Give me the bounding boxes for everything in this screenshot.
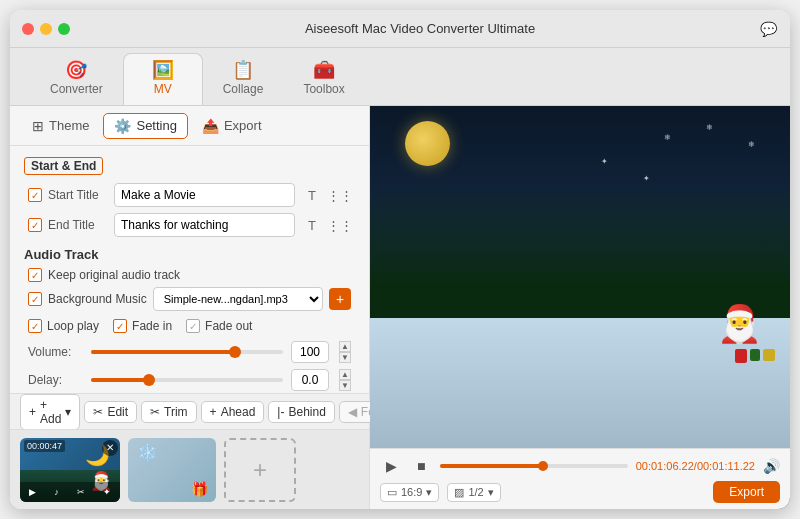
- toolbox-icon: 🧰: [313, 61, 335, 79]
- sub-tab-theme[interactable]: ⊞ Theme: [22, 114, 99, 138]
- aspect-value: 16:9: [401, 486, 422, 498]
- start-title-text-icon[interactable]: T: [301, 184, 323, 206]
- fade-out-label: Fade out: [205, 319, 252, 333]
- end-title-label: End Title: [48, 218, 108, 232]
- tab-mv[interactable]: 🖼️ MV: [123, 53, 203, 105]
- quality-value: 1/2: [468, 486, 483, 498]
- add-button[interactable]: + + Add ▾: [20, 394, 80, 430]
- start-title-checkbox[interactable]: ✓: [28, 188, 42, 202]
- progress-thumb[interactable]: [538, 461, 548, 471]
- close-button[interactable]: [22, 23, 34, 35]
- delay-slider[interactable]: [91, 378, 283, 382]
- tab-toolbox-label: Toolbox: [303, 82, 344, 96]
- fade-in-checkbox[interactable]: ✓: [113, 319, 127, 333]
- end-title-input[interactable]: [114, 213, 295, 237]
- behind-button[interactable]: |- Behind: [268, 401, 335, 423]
- forward-icon: ◀: [348, 405, 357, 419]
- volume-row: Volume: 100 ▲ ▼: [24, 341, 355, 363]
- tab-collage[interactable]: 📋 Collage: [203, 53, 284, 105]
- loop-play-checkbox[interactable]: ✓: [28, 319, 42, 333]
- edit-scissors-icon: ✂: [93, 405, 103, 419]
- volume-stepper: ▲ ▼: [339, 341, 351, 363]
- sub-tab-export[interactable]: 📤 Export: [192, 114, 272, 138]
- thumbnail-2[interactable]: ❄️ 🎁: [128, 438, 216, 502]
- minimize-button[interactable]: [40, 23, 52, 35]
- add-icon: +: [29, 405, 36, 419]
- maximize-button[interactable]: [58, 23, 70, 35]
- volume-down-button[interactable]: ▼: [339, 352, 351, 363]
- add-dropdown-icon[interactable]: ▾: [65, 405, 71, 419]
- quality-select[interactable]: ▨ 1/2 ▾: [447, 483, 500, 502]
- add-music-button[interactable]: +: [329, 288, 351, 310]
- keep-original-label: Keep original audio track: [48, 268, 180, 282]
- tab-toolbox[interactable]: 🧰 Toolbox: [283, 53, 364, 105]
- end-title-checkbox[interactable]: ✓: [28, 218, 42, 232]
- audio-track-header: Audio Track: [24, 247, 355, 262]
- time-current: 00:01:06.22: [636, 460, 694, 472]
- edit-label: Edit: [107, 405, 128, 419]
- thumb-controls-1: ▶ ♪ ✂ ✦: [20, 482, 120, 502]
- fade-in-label: Fade in: [132, 319, 172, 333]
- video-area: 🎅 ❄ ✦ ❄ ✦ ❄: [370, 106, 790, 448]
- sub-tab-setting[interactable]: ⚙️ Setting: [103, 113, 187, 139]
- progress-bar[interactable]: [440, 464, 628, 468]
- tab-converter[interactable]: 🎯 Converter: [30, 53, 123, 105]
- controls-row2: ▭ 16:9 ▾ ▨ 1/2 ▾ Export: [380, 481, 780, 503]
- sub-tab-export-label: Export: [224, 118, 262, 133]
- edit-button[interactable]: ✂ Edit: [84, 401, 137, 423]
- music-file-select[interactable]: Simple-new...ngdan].mp3: [153, 287, 323, 311]
- volume-up-button[interactable]: ▲: [339, 341, 351, 352]
- add-label: + Add: [40, 398, 61, 426]
- delay-thumb[interactable]: [143, 374, 155, 386]
- start-title-row: ✓ Start Title T ⋮⋮: [24, 183, 355, 207]
- time-display: 00:01:06.22/00:01:11.22: [636, 460, 755, 472]
- volume-slider[interactable]: [91, 350, 283, 354]
- stop-button[interactable]: ⏹: [410, 455, 432, 477]
- thumb-scissors-icon[interactable]: ✦: [103, 487, 111, 497]
- collage-icon: 📋: [232, 61, 254, 79]
- left-panel: ⊞ Theme ⚙️ Setting 📤 Export Start & End: [10, 106, 370, 509]
- tab-collage-label: Collage: [223, 82, 264, 96]
- thumbnail-strip: 🌙 🎅 00:00:47 ✕ ▶ ♪ ✂ ✦: [10, 429, 369, 509]
- volume-icon[interactable]: 🔊: [763, 458, 780, 474]
- delay-down-button[interactable]: ▼: [339, 380, 351, 391]
- start-title-input[interactable]: [114, 183, 295, 207]
- check-mark: ✓: [31, 190, 39, 201]
- gift-red: [735, 349, 747, 363]
- export-arrow-icon: 📤: [202, 118, 219, 134]
- thumb-vol-icon[interactable]: ♪: [54, 487, 59, 497]
- fade-in-option: ✓ Fade in: [113, 319, 172, 333]
- setting-gear-icon: ⚙️: [114, 118, 131, 134]
- sub-tab-setting-label: Setting: [136, 118, 176, 133]
- chat-icon[interactable]: 💬: [758, 19, 778, 39]
- play-button[interactable]: ▶: [380, 455, 402, 477]
- bg-music-row: ✓ Background Music Simple-new...ngdan].m…: [24, 287, 355, 311]
- ahead-button[interactable]: + Ahead: [201, 401, 265, 423]
- end-title-drag-icon[interactable]: ⋮⋮: [329, 214, 351, 236]
- export-button[interactable]: Export: [713, 481, 780, 503]
- fade-out-option: ✓ Fade out: [186, 319, 252, 333]
- title-bar: Aiseesoft Mac Video Converter Ultimate 💬: [10, 10, 790, 48]
- thumb-play-icon[interactable]: ▶: [29, 487, 36, 497]
- ahead-icon: +: [210, 405, 217, 419]
- start-title-drag-icon[interactable]: ⋮⋮: [329, 184, 351, 206]
- tab-converter-label: Converter: [50, 82, 103, 96]
- volume-thumb[interactable]: [229, 346, 241, 358]
- video-controls: ▶ ⏹ 00:01:06.22/00:01:11.22 🔊 ▭: [370, 448, 790, 509]
- trim-button[interactable]: ✂ Trim: [141, 401, 197, 423]
- gift-green: [750, 349, 760, 361]
- thumb-close-1[interactable]: ✕: [102, 440, 118, 456]
- keep-original-row: ✓ Keep original audio track: [24, 268, 355, 282]
- delay-up-button[interactable]: ▲: [339, 369, 351, 380]
- add-clip-button[interactable]: +: [224, 438, 296, 502]
- trim-label: Trim: [164, 405, 188, 419]
- aspect-ratio-select[interactable]: ▭ 16:9 ▾: [380, 483, 439, 502]
- delay-value: 0.0: [291, 369, 329, 391]
- thumb-bg-2: ❄️ 🎁: [128, 438, 216, 502]
- keep-original-checkbox[interactable]: ✓: [28, 268, 42, 282]
- end-title-text-icon[interactable]: T: [301, 214, 323, 236]
- fade-out-checkbox[interactable]: ✓: [186, 319, 200, 333]
- bg-music-checkbox[interactable]: ✓: [28, 292, 42, 306]
- thumb-crop-icon[interactable]: ✂: [77, 487, 85, 497]
- thumbnail-1[interactable]: 🌙 🎅 00:00:47 ✕ ▶ ♪ ✂ ✦: [20, 438, 120, 502]
